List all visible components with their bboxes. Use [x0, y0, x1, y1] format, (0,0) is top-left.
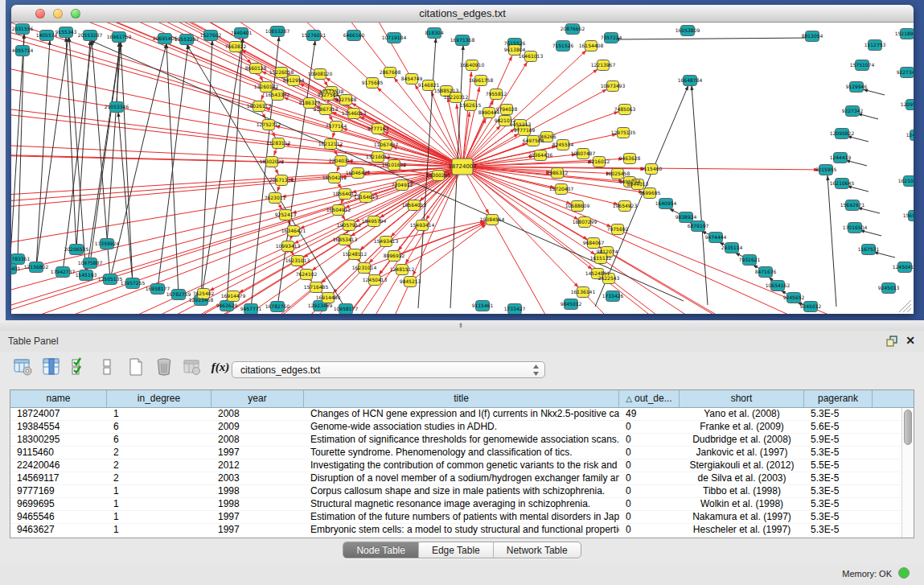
table-cell[interactable]: Franke et al. (2009) — [680, 421, 804, 433]
table-cell[interactable]: 0 — [619, 447, 680, 459]
network-canvas[interactable]: 2031556140557491553432055328716961759206… — [11, 23, 914, 314]
table-cell[interactable]: 1 — [107, 524, 211, 536]
table-cell[interactable]: Nakamura et al. (1997) — [680, 511, 804, 523]
table-cell[interactable]: 6 — [107, 434, 211, 446]
table-row[interactable]: 946362711997Embryonic stem cells: a mode… — [10, 524, 901, 537]
column-header-short[interactable]: short — [680, 390, 804, 407]
table-cell[interactable]: 2012 — [211, 459, 304, 472]
memory-status-icon[interactable] — [898, 567, 910, 579]
column-header-out_de[interactable]: △out_de... — [619, 390, 680, 407]
table-cell[interactable]: 0 — [619, 498, 680, 510]
panel-splitter[interactable]: ▲▼ — [0, 320, 924, 331]
delete-columns-icon[interactable] — [154, 356, 175, 378]
table-cell[interactable]: 1 — [107, 485, 211, 497]
table-cell[interactable]: 0 — [619, 434, 680, 446]
create-column-icon[interactable] — [125, 356, 146, 378]
table-cell[interactable]: 18724007 — [10, 408, 107, 420]
table-cell[interactable]: 5.3E-5 — [804, 408, 873, 420]
table-row[interactable]: 1456911722003Disruption of a novel membe… — [10, 472, 901, 485]
table-cell[interactable]: Genome-wide association studies in ADHD. — [304, 421, 619, 433]
table-cell[interactable]: 0 — [619, 421, 680, 433]
table-cell[interactable]: 5.3E-5 — [804, 498, 873, 510]
table-cell[interactable]: 2 — [107, 447, 211, 459]
table-cell[interactable]: Investigating the contribution of common… — [304, 459, 619, 472]
column-header-in_degree[interactable]: in_degree — [107, 390, 211, 407]
table-cell[interactable]: 1997 — [211, 511, 304, 523]
table-cell[interactable]: 5.6E-5 — [804, 421, 873, 433]
table-cell[interactable]: 9115460 — [10, 447, 107, 459]
table-cell[interactable]: 5.9E-5 — [804, 434, 873, 446]
table-cell[interactable]: Tibbo et al. (1998) — [680, 485, 804, 497]
table-cell[interactable]: 18300295 — [10, 434, 107, 446]
table-scrollbar[interactable] — [901, 408, 914, 538]
table-cell[interactable]: 0 — [619, 524, 680, 536]
table-cell[interactable]: 2008 — [211, 434, 304, 446]
table-cell[interactable]: 5.3E-5 — [804, 524, 873, 536]
table-cell[interactable]: Estimation of the future numbers of pati… — [304, 511, 619, 523]
table-cell[interactable]: 0 — [619, 459, 680, 472]
table-scrollbar-thumb[interactable] — [904, 410, 912, 445]
table-cell[interactable]: 1998 — [211, 498, 304, 510]
table-cell[interactable]: 22420046 — [10, 459, 107, 472]
table-cell[interactable]: 9777169 — [10, 485, 107, 497]
table-cell[interactable]: 1 — [107, 498, 211, 510]
table-row[interactable]: 1830029562008Estimation of significance … — [10, 434, 901, 447]
table-cell[interactable]: Jankovic et al. (1997) — [680, 447, 804, 459]
column-header-title[interactable]: title — [304, 390, 619, 407]
table-cell[interactable]: 5.3E-5 — [804, 485, 873, 497]
column-header-name[interactable]: name — [10, 390, 107, 407]
table-cell[interactable]: Corpus callosum shape and size in male p… — [304, 485, 619, 497]
table-cell[interactable]: Yano et al. (2008) — [680, 408, 804, 420]
table-cell[interactable]: 5.5E-5 — [804, 459, 873, 472]
table-row[interactable]: 1872400712008Changes of HCN gene express… — [10, 408, 901, 421]
table-cell[interactable]: 0 — [619, 472, 680, 484]
table-cell[interactable]: 1 — [107, 408, 211, 420]
resize-grip-icon[interactable] — [899, 300, 911, 312]
float-panel-icon[interactable] — [885, 335, 898, 348]
table-cell[interactable]: 9465546 — [10, 511, 107, 523]
network-view[interactable]: 2031556140557491553432055328716961759206… — [11, 23, 914, 314]
table-cell[interactable]: 0 — [619, 511, 680, 523]
table-cell[interactable]: 9699695 — [10, 498, 107, 510]
table-row[interactable]: 2242004622012Investigating the contribut… — [10, 459, 901, 472]
table-selector-dropdown[interactable]: citations_edges.txt — [232, 361, 545, 378]
network-window[interactable]: citations_edges.txt 20315561405574915534… — [11, 5, 914, 314]
table-row[interactable]: 969969511998Structural magnetic resonanc… — [10, 498, 901, 511]
table-cell[interactable]: 19384554 — [10, 421, 107, 433]
table-cell[interactable]: Estimation of significance thresholds fo… — [304, 434, 619, 446]
column-header-pagerank[interactable]: pagerank — [804, 390, 873, 407]
table-cell[interactable]: 2003 — [211, 472, 304, 484]
table-row[interactable]: 1938455462009Genome-wide association stu… — [10, 421, 901, 434]
table-cell[interactable]: 2 — [107, 459, 211, 472]
table-cell[interactable]: 14569117 — [10, 472, 107, 484]
table-cell[interactable]: 2008 — [211, 408, 304, 420]
select-all-columns-icon[interactable] — [69, 356, 90, 378]
show-columns-icon[interactable] — [41, 356, 62, 378]
column-header-year[interactable]: year — [211, 390, 304, 407]
table-cell[interactable]: 2009 — [211, 421, 304, 433]
network-window-titlebar[interactable]: citations_edges.txt — [11, 5, 914, 23]
table-cell[interactable]: 5.3E-5 — [804, 447, 873, 459]
table-cell[interactable]: 1997 — [211, 447, 304, 459]
table-cell[interactable]: 2 — [107, 472, 211, 484]
table-cell[interactable]: Wolkin et al. (1998) — [680, 498, 804, 510]
table-mode-icon[interactable] — [13, 356, 34, 378]
table-cell[interactable]: 5.3E-5 — [804, 511, 873, 523]
table-cell[interactable]: 49 — [619, 408, 680, 420]
table-cell[interactable]: 9463627 — [10, 524, 107, 536]
table-cell[interactable]: 5.3E-5 — [804, 472, 873, 484]
table-cell[interactable]: Disruption of a novel member of a sodium… — [304, 472, 619, 484]
unselect-all-columns-icon[interactable] — [97, 356, 118, 378]
table-cell[interactable]: 0 — [619, 485, 680, 497]
tab-edge-table[interactable]: Edge Table — [419, 542, 494, 558]
table-cell[interactable]: 1997 — [211, 524, 304, 536]
tab-network-table[interactable]: Network Table — [494, 542, 581, 558]
table-cell[interactable]: Hescheler et al. (1997) — [680, 524, 804, 536]
table-cell[interactable]: 1 — [107, 511, 211, 523]
table-row[interactable]: 977716911998Corpus callosum shape and si… — [10, 485, 901, 498]
table-cell[interactable]: Structural magnetic resonance image aver… — [304, 498, 619, 510]
table-cell[interactable]: Changes of HCN gene expression and I(f) … — [304, 408, 619, 420]
table-cell[interactable]: de Silva et al. (2003) — [680, 472, 804, 484]
table-cell[interactable]: Dudbridge et al. (2008) — [680, 434, 804, 446]
table-row[interactable]: 946554611997Estimation of the future num… — [10, 511, 901, 524]
